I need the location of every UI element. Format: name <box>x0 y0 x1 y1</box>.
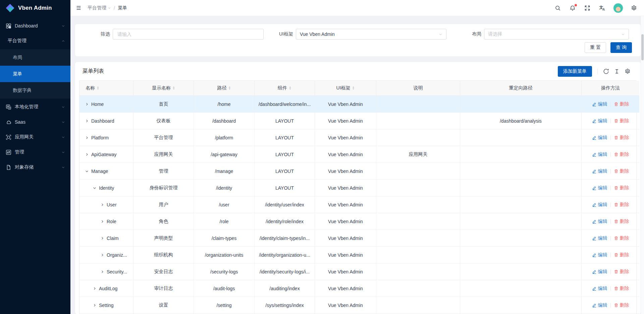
edit-button[interactable]: 编辑 <box>592 151 607 158</box>
sort-icon[interactable]: ▲▼ <box>352 86 355 90</box>
edit-button[interactable]: 编辑 <box>592 101 607 107</box>
component-cell: LAYOUT <box>255 180 315 196</box>
row-expand-toggle[interactable] <box>93 186 97 190</box>
delete-button[interactable]: 删除 <box>614 302 629 308</box>
reset-button[interactable]: 重 置 <box>585 42 606 53</box>
table-settings-icon[interactable] <box>625 68 631 74</box>
sidebar-item-dict[interactable]: 数据字典 <box>0 82 70 99</box>
delete-button[interactable]: 删除 <box>614 269 629 275</box>
table-row[interactable]: Identity身份标识管理/identityLAYOUTVue Vben Ad… <box>79 180 639 196</box>
column-height-icon[interactable] <box>614 68 620 74</box>
edit-button[interactable]: 编辑 <box>592 185 607 191</box>
row-expand-toggle[interactable] <box>100 236 104 240</box>
table-row[interactable]: Claim声明类型/claim-types/identity/claim-typ… <box>79 230 639 247</box>
table-row[interactable]: Platform平台管理/platformLAYOUTVue Vben Admi… <box>79 129 639 146</box>
path-cell: /claim-types <box>194 230 255 247</box>
search-button[interactable]: 查 询 <box>610 42 632 53</box>
translate-icon[interactable]: 文A <box>598 4 606 12</box>
action-divider <box>610 102 611 107</box>
edit-button[interactable]: 编辑 <box>592 118 607 124</box>
row-expand-toggle[interactable] <box>100 253 104 257</box>
column-header[interactable]: 名称▲▼ <box>79 81 133 96</box>
path-cell: /platform <box>194 129 255 146</box>
header-actions: 文A <box>554 3 638 13</box>
app-logo[interactable]: Vben Admin <box>0 0 70 16</box>
sort-icon[interactable]: ▲▼ <box>97 86 99 90</box>
sidebar-item-menu[interactable]: 菜单 <box>0 66 70 82</box>
add-menu-button[interactable]: 添加新菜单 <box>558 66 592 77</box>
sidebar-item-platform[interactable]: 平台管理 <box>0 34 70 48</box>
layout-select[interactable]: 请选择 <box>484 29 629 40</box>
edit-button[interactable]: 编辑 <box>592 286 607 292</box>
delete-button[interactable]: 删除 <box>614 135 629 141</box>
table-row[interactable]: Organiz...组织机构/organization-units/identi… <box>79 247 639 263</box>
framework-select[interactable]: Vue Vben Admin <box>296 29 446 40</box>
delete-button[interactable]: 删除 <box>614 168 629 174</box>
sidebar-item-dashboard[interactable]: Dashboard <box>0 19 70 33</box>
page-scrollbar[interactable] <box>641 16 644 314</box>
edit-button[interactable]: 编辑 <box>592 218 607 225</box>
row-expand-toggle[interactable] <box>85 152 89 156</box>
edit-button[interactable]: 编辑 <box>592 168 607 174</box>
table-row[interactable]: Role角色/role/identity/role/indexVue Vben … <box>79 213 639 230</box>
delete-button[interactable]: 删除 <box>614 151 629 158</box>
row-expand-toggle[interactable] <box>100 203 104 207</box>
edit-button[interactable]: 编辑 <box>592 302 607 308</box>
sidebar-item-saas[interactable]: Saas <box>0 115 70 129</box>
settings-gear-icon[interactable] <box>630 4 638 12</box>
table-row[interactable]: Manage管理/manageLAYOUTVue Vben Admin编辑删除 <box>79 163 639 180</box>
user-avatar[interactable] <box>613 3 623 13</box>
row-expand-toggle[interactable] <box>85 102 89 106</box>
scrollbar-thumb[interactable] <box>641 34 644 60</box>
delete-button[interactable]: 删除 <box>614 235 629 241</box>
column-header[interactable]: UI框架▲▼ <box>315 81 376 96</box>
edit-button[interactable]: 编辑 <box>592 135 607 141</box>
delete-button[interactable]: 删除 <box>614 118 629 124</box>
row-expand-toggle[interactable] <box>100 219 104 224</box>
edit-button[interactable]: 编辑 <box>592 269 607 275</box>
notification-bell-icon[interactable] <box>569 4 577 12</box>
sort-icon[interactable]: ▲▼ <box>172 86 175 90</box>
delete-button[interactable]: 删除 <box>614 101 629 107</box>
breadcrumb-parent[interactable]: 平台管理 <box>88 5 111 11</box>
framework-cell: Vue Vben Admin <box>315 297 376 314</box>
delete-button[interactable]: 删除 <box>614 286 629 292</box>
table-row[interactable]: AuditLog审计日志/audit-logs/auditing/indexVu… <box>79 280 639 297</box>
sidebar-collapse-icon[interactable] <box>74 4 83 12</box>
sort-icon[interactable]: ▲▼ <box>228 86 231 90</box>
filter-input[interactable] <box>113 29 264 40</box>
column-header[interactable]: 路径▲▼ <box>194 81 255 96</box>
column-header[interactable]: 组件▲▼ <box>255 81 315 96</box>
table-row[interactable]: Setting设置/setting/sys/settings/indexVue … <box>79 297 639 314</box>
table-row[interactable]: User用户/user/identity/user/indexVue Vben … <box>79 196 639 213</box>
row-expand-toggle[interactable] <box>85 136 89 140</box>
column-header[interactable]: 显示名称▲▼ <box>133 81 194 96</box>
sort-icon[interactable]: ▲▼ <box>289 86 291 90</box>
edit-button[interactable]: 编辑 <box>592 202 607 208</box>
sidebar-item-gateway[interactable]: 应用网关 <box>0 130 70 144</box>
fullscreen-icon[interactable] <box>583 4 591 12</box>
table-row[interactable]: Home首页/home/dashboard/welcome/in...Vue V… <box>79 96 639 113</box>
table-row[interactable]: ApiGateway应用网关/api-gatewayLAYOUTVue Vben… <box>79 146 639 163</box>
search-icon[interactable] <box>554 4 562 12</box>
row-expand-toggle[interactable] <box>93 287 97 291</box>
edit-button[interactable]: 编辑 <box>592 252 607 258</box>
table-row[interactable]: Dashboard仪表板/dashboardLAYOUTVue Vben Adm… <box>79 113 639 129</box>
row-expand-toggle[interactable] <box>85 119 89 123</box>
delete-button[interactable]: 删除 <box>614 202 629 208</box>
sidebar-item-manage[interactable]: 管理 <box>0 145 70 159</box>
refresh-icon[interactable] <box>603 68 609 74</box>
row-expand-toggle[interactable] <box>93 303 97 307</box>
delete-button[interactable]: 删除 <box>614 218 629 225</box>
sidebar-item-layout[interactable]: 布局 <box>0 49 70 66</box>
sidebar-item-storage[interactable]: 对象存储 <box>0 161 70 174</box>
delete-button[interactable]: 删除 <box>614 252 629 258</box>
sidebar-item-localization[interactable]: 本地化管理 <box>0 100 70 114</box>
delete-button[interactable]: 删除 <box>614 185 629 191</box>
table-row[interactable]: Security...安全日志/security-logs/identity/s… <box>79 263 639 280</box>
filter-input-field[interactable] <box>117 31 260 37</box>
row-expand-toggle[interactable] <box>100 270 104 274</box>
row-expand-toggle[interactable] <box>85 169 89 173</box>
edit-button[interactable]: 编辑 <box>592 235 607 241</box>
actions-cell: 编辑删除 <box>582 247 640 263</box>
